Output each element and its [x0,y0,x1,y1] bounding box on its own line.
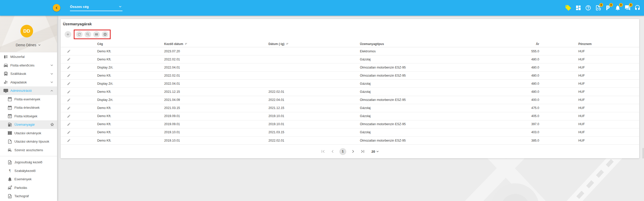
sidebar-item-label: Parkolás [14,186,27,190]
sidebar-item-label: Tachográf [14,194,29,198]
bell-icon [7,177,12,182]
edit-row-button[interactable] [61,74,97,77]
cell-company: Demo Kft. [97,139,164,142]
pencil-icon [67,65,71,69]
column-header-label: Üzemanyagtípus [360,42,384,46]
sidebar-item-flotta-esemenyek[interactable]: Flotta események [0,95,57,104]
cell-fuel-type: Gázolaj [360,106,490,110]
support-headset-icon[interactable] [634,5,640,11]
sidebar-item-flotta-koltsegek[interactable]: $ Flotta költségek [0,112,57,121]
user-profile[interactable]: DD Demo Dénes [0,16,57,52]
bus-icon [3,71,8,76]
edit-row-button[interactable] [61,49,97,53]
first-page-button[interactable] [320,149,326,154]
sidebar-item-alapadatok[interactable]: Alapadatok [0,78,57,87]
table-row[interactable]: Demo Kft. 2019.09.01 2019.10.01 Ólmozatl… [61,120,639,128]
avatar[interactable]: DD [20,25,33,37]
apps-grid-icon[interactable] [575,5,581,11]
table-row[interactable]: Demo Kft. 2021.12.15 2022.02.01 Gázolaj … [61,88,639,96]
sort-icon[interactable] [286,42,289,46]
sidebar-item-muszerfal[interactable]: Műszerfal [0,53,57,61]
table-row[interactable]: Demo Kft. 2022.02.01 Ólmozatlan motorben… [61,72,639,80]
sidebar-item-szabalykezelo[interactable]: ¶ Szabálykezelő [0,167,57,175]
cell-currency: HUF [539,50,639,53]
favorite-star-icon[interactable] [50,122,54,127]
sidebar-item-label: Flotta ellenőrzés [10,63,34,67]
cell-company: Demo Kft. [97,130,164,134]
edit-row-button[interactable] [61,130,97,134]
toolbar-highlight-box [74,30,111,39]
columns-button[interactable] [93,31,100,38]
sidebar-item-szerviz-asszisztens[interactable]: Szerviz asszisztens [0,146,57,154]
table-row[interactable]: Demo Kft. 2019.10.01 2021.03.15 Gázolaj … [61,128,639,137]
current-page-indicator[interactable]: 1 [339,148,346,155]
edit-row-button[interactable] [61,82,97,85]
table-row[interactable]: Display Zrt. 2021.04.09 2022.04.01 Ólmoz… [61,96,639,104]
cell-start-date: 2019.10.01 [164,130,268,134]
sidebar-item-flotta-ellenorzes[interactable]: Flotta ellenőrzés [0,61,57,70]
table-body: Demo Kft. 2023.07.20 Elektromos 555.0 HU… [61,47,639,145]
column-header-datum-ig[interactable]: Dátum (-ig) [268,42,360,46]
table-row[interactable]: Demo Kft. 2019.10.01 2022.02.01 Ólmozatl… [61,137,639,145]
edit-row-button[interactable] [61,98,97,102]
edit-row-button[interactable] [61,65,97,69]
settings-button[interactable] [102,31,108,38]
table-row[interactable]: Demo Kft. 2021.03.15 2021.12.15 Gázolaj … [61,104,639,112]
scrollbar-thumb[interactable] [642,148,644,159]
edit-row-button[interactable] [61,106,97,110]
cell-currency: HUF [539,82,639,85]
cell-price: 555.0 [490,50,539,53]
company-select[interactable]: Összes cég [70,4,122,11]
fuel-icon [7,122,12,127]
notifications-icon[interactable]: 0 [615,5,621,11]
cell-start-date: 2021.12.15 [164,90,268,94]
collapse-sidebar-button[interactable] [53,4,60,12]
column-header-kezdo-datum[interactable]: Kezdő dátum [164,42,268,46]
sort-icon[interactable] [185,42,188,46]
edit-row-button[interactable] [61,122,97,126]
document-arrow-icon [7,194,12,199]
page-size-select[interactable]: 20 [371,149,380,153]
help-icon[interactable] [585,5,591,11]
tag-icon[interactable] [565,5,572,11]
table-row[interactable]: Display Zrt. 2022.04.01 Gázolaj 480.0 HU… [61,80,639,88]
sidebar-item-utazasi-okmany-tipusok[interactable]: Utazási okmány típusok [0,137,57,146]
sidebar-item-jogosultsag-kezelo[interactable]: Jogosultság kezelő [0,158,57,167]
search-button[interactable] [85,31,91,38]
cell-price: 480.0 [490,90,539,94]
sidebar-item-szallitasok[interactable]: Szállítások [0,70,57,78]
pencil-icon [67,82,71,85]
refresh-button[interactable] [76,31,83,38]
sidebar-item-flotta-ertesitesek[interactable]: Flotta értesítések [0,103,57,112]
messages-icon[interactable]: 0 [625,5,631,11]
sidebar-item-label: Szabálykezelő [14,169,36,173]
cell-fuel-type: Elektromos [360,50,490,53]
sidebar-item-tachograf[interactable]: Tachográf [0,192,57,200]
last-page-button[interactable] [360,149,365,154]
edit-row-button[interactable] [61,114,97,118]
table-row[interactable]: Display Zrt. 2022.04.01 Ólmozatlan motor… [61,63,639,72]
user-name[interactable]: Demo Dénes [0,43,57,47]
sidebar-item-utazasi-okmanyok[interactable]: Utazási okmányok [0,129,57,138]
document-sync-icon[interactable]: 0 [595,5,601,11]
column-header-ar: Ár [490,42,539,46]
sidebar-item-uzemanyagar[interactable]: Üzemanyagár [0,120,57,129]
prev-page-button[interactable] [330,149,335,154]
sidebar-item-label: Események [14,177,32,181]
edit-row-button[interactable] [61,139,97,142]
sidebar-item-parkolas[interactable]: Parkolás [0,184,57,192]
table-row[interactable]: Demo Kft. 2019.09.01 2019.10.01 Gázolaj … [61,112,639,120]
cell-currency: HUF [539,66,639,69]
cell-fuel-type: Gázolaj [360,58,490,61]
table-row[interactable]: Demo Kft. 2023.07.20 Elektromos 555.0 HU… [61,47,639,55]
add-button[interactable] [65,31,71,38]
sidebar-item-adminisztracio[interactable]: Adminisztráció [0,86,57,95]
cell-price: 385.0 [490,139,539,142]
table-row[interactable]: Demo Kft. 2022.02.01 Gázolaj 480.0 HUF [61,55,639,63]
edit-row-button[interactable] [61,90,97,94]
edit-row-button[interactable] [61,57,97,61]
pagination: 1 20 [61,147,639,155]
sidebar-item-esemenyek[interactable]: Események [0,175,57,184]
parking-icon[interactable]: 0 [605,5,611,11]
next-page-button[interactable] [350,149,356,154]
